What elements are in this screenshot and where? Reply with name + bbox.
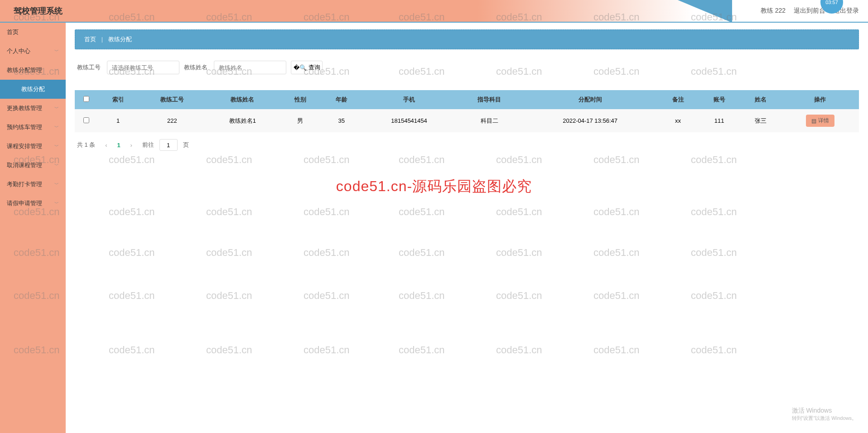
chevron-down-icon: ﹀ — [54, 181, 59, 188]
chevron-down-icon: ﹀ — [54, 162, 59, 168]
data-table: 索引教练工号教练姓名性别年龄手机指导科目分配时间备注账号姓名操作 1222教练姓… — [75, 90, 859, 132]
table-header-cell: 教练姓名 — [206, 90, 280, 109]
detail-button[interactable]: ▤详情 — [806, 115, 834, 127]
query-button[interactable]: �🔍 查询 — [291, 61, 323, 74]
table-cell: 张三 — [740, 109, 781, 132]
sidebar-item-6[interactable]: 课程安排管理﹀ — [0, 137, 66, 156]
chevron-down-icon: ﹀ — [54, 67, 59, 73]
table-cell: 35 — [321, 109, 362, 132]
sidebar-item-3[interactable]: 教练分配 — [0, 80, 66, 99]
detail-button-label: 详情 — [818, 117, 829, 125]
table-header-cell: 账号 — [699, 90, 740, 109]
table-header-cell: 姓名 — [740, 90, 781, 109]
search-bar: 教练工号 教练姓名 �🔍 查询 — [75, 49, 859, 81]
coach-id-input[interactable] — [107, 61, 179, 74]
sidebar-item-label: 首页 — [7, 28, 19, 36]
table-header-cell: 性别 — [280, 90, 321, 109]
table-row: 1222教练姓名1男3518154541454科目二2022-04-17 13:… — [75, 109, 859, 132]
sidebar-item-label: 预约练车管理 — [7, 123, 42, 131]
pagination: 共 1 条 ‹ 1 › 前往 页 — [75, 132, 859, 158]
table-header-cell: 手机 — [362, 90, 456, 109]
table-cell: 222 — [139, 109, 206, 132]
table-cell: 2022-04-17 13:56:47 — [523, 109, 657, 132]
table-header-cell: 教练工号 — [139, 90, 206, 109]
table-header-row: 索引教练工号教练姓名性别年龄手机指导科目分配时间备注账号姓名操作 — [75, 90, 859, 109]
sidebar-item-8[interactable]: 考勤打卡管理﹀ — [0, 175, 66, 194]
activate-title: 激活 Windows — [792, 407, 857, 415]
coach-name-label: 教练姓名 — [184, 63, 207, 72]
table-cell: 科目二 — [456, 109, 523, 132]
coach-id-label: 教练工号 — [77, 63, 101, 72]
sidebar-item-label: 请假申请管理 — [7, 199, 42, 207]
app-header: 驾校管理系统 03:57 教练 222 退出到前台 退出登录 — [0, 0, 868, 23]
sidebar: 首页个人中心﹀教练分配管理﹀教练分配更换教练管理﹀预约练车管理﹀课程安排管理﹀取… — [0, 23, 66, 433]
table-header-cell: 指导科目 — [456, 90, 523, 109]
table-cell: 1 — [97, 109, 139, 132]
page-unit: 页 — [183, 141, 189, 149]
select-all-checkbox[interactable] — [83, 96, 89, 102]
next-page-button[interactable]: › — [126, 140, 137, 150]
sidebar-item-9[interactable]: 请假申请管理﹀ — [0, 194, 66, 213]
breadcrumb: 首页 | 教练分配 — [75, 29, 859, 49]
table-header-cell: 索引 — [97, 90, 139, 109]
page-number[interactable]: 1 — [117, 142, 120, 149]
chevron-down-icon: ﹀ — [54, 105, 59, 111]
breadcrumb-home[interactable]: 首页 — [84, 36, 96, 43]
pagination-total: 共 1 条 — [77, 141, 95, 149]
goto-page-input[interactable] — [159, 139, 178, 151]
sidebar-item-0[interactable]: 首页 — [0, 23, 66, 42]
sidebar-item-label: 取消课程管理 — [7, 161, 42, 169]
table-header-cell: 操作 — [781, 90, 859, 109]
chevron-down-icon: ﹀ — [54, 143, 59, 149]
goto-label: 前往 — [142, 141, 154, 149]
table-cell: xx — [657, 109, 699, 132]
table-cell: 男 — [280, 109, 321, 132]
table-header-cell: 年龄 — [321, 90, 362, 109]
prev-page-button[interactable]: ‹ — [101, 140, 111, 150]
table-cell: 教练姓名1 — [206, 109, 280, 132]
user-label[interactable]: 教练 222 — [761, 7, 786, 15]
layout: 首页个人中心﹀教练分配管理﹀教练分配更换教练管理﹀预约练车管理﹀课程安排管理﹀取… — [0, 23, 868, 433]
breadcrumb-current: 教练分配 — [108, 36, 132, 43]
coach-name-input[interactable] — [214, 61, 286, 74]
query-button-label: 查询 — [309, 63, 320, 72]
sidebar-item-1[interactable]: 个人中心﹀ — [0, 42, 66, 61]
table-header-cell: 分配时间 — [523, 90, 657, 109]
sidebar-item-label: 考勤打卡管理 — [7, 180, 42, 188]
row-checkbox[interactable] — [83, 117, 89, 123]
sidebar-item-4[interactable]: 更换教练管理﹀ — [0, 99, 66, 118]
sidebar-item-label: 教练分配管理 — [7, 66, 42, 74]
table-cell: 18154541454 — [362, 109, 456, 132]
app-title: 驾校管理系统 — [14, 5, 63, 16]
sidebar-item-label: 课程安排管理 — [7, 142, 42, 150]
chevron-down-icon: ﹀ — [54, 48, 59, 54]
main-content: 首页 | 教练分配 教练工号 教练姓名 �🔍 查询 索引教练工号教练姓名性别年龄… — [66, 23, 868, 433]
detail-icon: ▤ — [811, 118, 816, 124]
breadcrumb-separator: | — [101, 36, 103, 43]
header-actions: 教练 222 退出到前台 退出登录 — [761, 7, 859, 15]
sidebar-item-5[interactable]: 预约练车管理﹀ — [0, 118, 66, 137]
exit-to-front-link[interactable]: 退出到前台 — [794, 7, 825, 15]
search-icon: �🔍 — [294, 64, 307, 71]
table-cell: 111 — [699, 109, 740, 132]
sidebar-item-2[interactable]: 教练分配管理﹀ — [0, 61, 66, 80]
activate-windows: 激活 Windows 转到"设置"以激活 Windows。 — [792, 407, 857, 422]
sidebar-item-label: 教练分配 — [21, 85, 45, 93]
chevron-down-icon: ﹀ — [54, 124, 59, 130]
chevron-down-icon: ﹀ — [54, 200, 59, 207]
sidebar-item-label: 更换教练管理 — [7, 104, 42, 112]
activate-sub: 转到"设置"以激活 Windows。 — [792, 415, 857, 422]
sidebar-item-label: 个人中心 — [7, 47, 30, 55]
table-header-cell: 备注 — [657, 90, 699, 109]
sidebar-item-7[interactable]: 取消课程管理﹀ — [0, 156, 66, 175]
